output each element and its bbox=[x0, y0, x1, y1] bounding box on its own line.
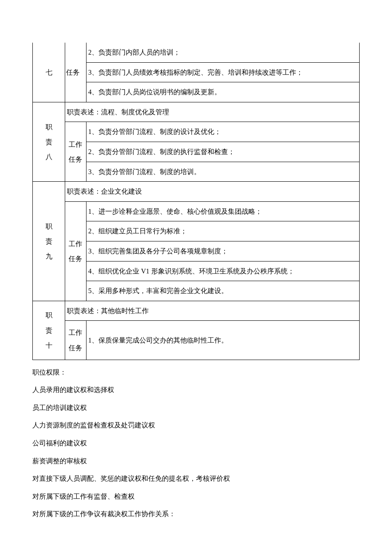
authority-line: 对所属下级的工作争议有裁决权工作协作关系： bbox=[32, 505, 360, 523]
duty10-task-label: 工作 任务 bbox=[65, 321, 86, 360]
duty8-label: 职 责 八 bbox=[33, 102, 65, 181]
task-label-char: 工作 bbox=[69, 236, 82, 251]
authority-line: 员工的培训建议权 bbox=[32, 399, 360, 417]
duty9-task-label: 工作 任务 bbox=[65, 201, 86, 301]
duty-label-char: 责 bbox=[46, 323, 52, 338]
duty9-item: 2、组织建立员工日常行为标准； bbox=[86, 221, 360, 241]
duty8-desc: 职责表述：流程、制度优化及管理 bbox=[65, 102, 360, 122]
table-row: 工作 任务 1、负责分管部门流程、制度的设计及优化； bbox=[33, 122, 360, 142]
table-row: 工作 任务 1、进一步诠释企业愿景、使命、核心价值观及集团战略； bbox=[33, 201, 360, 221]
task-label-char: 工作 bbox=[69, 325, 82, 340]
task-label-char: 工作 bbox=[69, 137, 82, 152]
duty7-label: 七 bbox=[33, 43, 65, 102]
duty-label-char: 九 bbox=[46, 249, 52, 264]
duty10-label: 职 责 十 bbox=[33, 301, 65, 360]
duty9-label: 职 责 九 bbox=[33, 182, 65, 301]
table-row: 工作 任务 1、保质保量完成公司交办的其他临时性工作。 bbox=[33, 321, 360, 360]
task-label-char: 任务 bbox=[69, 340, 82, 355]
duty8-item: 3、负责分管部门流程、制度的培训。 bbox=[86, 162, 360, 182]
duty-label-char: 责 bbox=[46, 134, 52, 149]
duty8-task-label: 工作 任务 bbox=[65, 122, 86, 182]
duties-table: 七 任务 2、负责部门内部人员的培训； 3、负责部门人员绩效考核指标的制定、完善… bbox=[32, 43, 360, 360]
table-row: 七 任务 2、负责部门内部人员的培训； bbox=[33, 43, 360, 62]
authority-line: 薪资调整的审核权 bbox=[32, 452, 360, 470]
duty8-item: 2、负责分管部门流程、制度的执行监督和检查； bbox=[86, 142, 360, 162]
duty-label-char: 十 bbox=[46, 338, 52, 353]
duty7-item: 2、负责部门内部人员的培训； bbox=[86, 43, 360, 62]
duty-label-char: 七 bbox=[46, 65, 52, 80]
duty-label-char: 八 bbox=[46, 149, 52, 164]
authority-section: 职位权限： 人员录用的建议权和选择权 员工的培训建议权 人力资源制度的监督检查权… bbox=[32, 363, 360, 523]
duty-label-char: 职 bbox=[46, 219, 52, 234]
duty9-item: 3、组织完善集团及各分子公司各项规章制度； bbox=[86, 241, 360, 261]
duty-label-char: 职 bbox=[46, 308, 52, 323]
duty-label-char: 责 bbox=[46, 234, 52, 249]
authority-line: 人员录用的建议权和选择权 bbox=[32, 381, 360, 399]
table-row: 职 责 九 职责表述：企业文化建设 bbox=[33, 182, 360, 202]
authority-line: 对直接下级人员调配、奖惩的建议权和任免的提名权，考核评价权 bbox=[32, 470, 360, 488]
duty10-desc: 职责表述：其他临时性工作 bbox=[65, 301, 360, 321]
table-row: 职 责 八 职责表述：流程、制度优化及管理 bbox=[33, 102, 360, 122]
duty7-item: 3、负责部门人员绩效考核指标的制定、完善、培训和持续改进等工作； bbox=[86, 62, 360, 82]
duty8-item: 1、负责分管部门流程、制度的设计及优化； bbox=[86, 122, 360, 142]
document-page: 七 任务 2、负责部门内部人员的培训； 3、负责部门人员绩效考核指标的制定、完善… bbox=[0, 0, 392, 549]
authority-line: 人力资源制度的监督检查权及处罚建议权 bbox=[32, 416, 360, 434]
task-label-char: 任务 bbox=[69, 152, 82, 167]
duty9-desc: 职责表述：企业文化建设 bbox=[65, 182, 360, 202]
duty-label-char: 职 bbox=[46, 119, 52, 134]
duty7-task-label: 任务 bbox=[65, 43, 86, 102]
authority-line: 对所属下级的工作有监督、检查权 bbox=[32, 488, 360, 506]
authority-line: 公司福利的建议权 bbox=[32, 434, 360, 452]
task-label-char: 任务 bbox=[69, 251, 82, 266]
table-row: 职 责 十 职责表述：其他临时性工作 bbox=[33, 301, 360, 321]
duty10-item: 1、保质保量完成公司交办的其他临时性工作。 bbox=[86, 321, 360, 360]
duty7-item: 4、负责部门人员岗位说明书的编制及更新。 bbox=[86, 82, 360, 102]
duty9-item: 4、组织优化企业 V1 形象识别系统、环境卫生系统及办公秩序系统； bbox=[86, 261, 360, 281]
authority-heading: 职位权限： bbox=[32, 363, 360, 381]
duty9-item: 1、进一步诠释企业愿景、使命、核心价值观及集团战略； bbox=[86, 201, 360, 221]
duty9-item: 5、采用多种形式，丰富和完善企业文化建设。 bbox=[86, 281, 360, 301]
